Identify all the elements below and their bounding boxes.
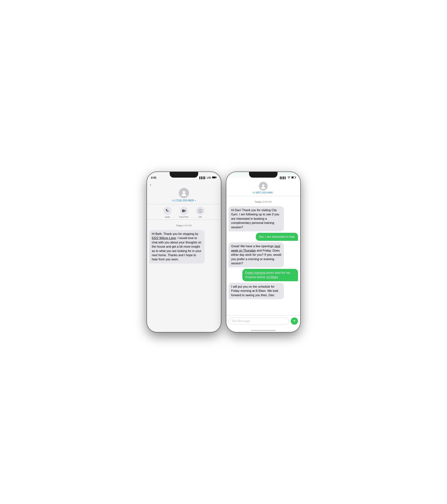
svg-point-34 [261, 187, 265, 189]
svg-point-3 [183, 191, 185, 194]
audio-button[interactable]: audio [163, 207, 172, 218]
contact-name-row-1[interactable]: +1 (724) 203-9828 ∨ [172, 199, 196, 202]
home-indicator [251, 330, 276, 331]
info-icon-bg: i [196, 207, 205, 215]
status-icons-1: ▌▌▌▌ LTE [200, 176, 217, 179]
today-label-1: Today [176, 224, 182, 227]
day-link[interactable]: Friday morning [245, 271, 265, 274]
facetime-button[interactable]: FaceTime [179, 207, 188, 218]
carrier-label: LTE [207, 177, 211, 179]
message-2-4: Friday morning works best for me. Anytim… [242, 269, 298, 281]
messages-area-2[interactable]: Today 10:36 AM Hi Dan! Thank you for vis… [226, 196, 300, 315]
svg-text:i: i [200, 210, 201, 212]
notch-1 [170, 172, 198, 178]
today-label-2: Today [255, 200, 261, 203]
contact-name-row-2[interactable]: +1 (857) 323-6466 › [252, 191, 274, 194]
battery-icon [212, 176, 217, 179]
svg-point-4 [182, 194, 186, 196]
message-1: Hi Beth. Thank you for stopping by 6322 … [149, 230, 205, 264]
phone-number-2: +1 (857) 323-6466 [252, 191, 273, 194]
avatar-1 [179, 188, 189, 198]
nav-header-2: +1 (857) 323-6466 › [226, 180, 300, 196]
screen-2: ▌▌▌▌ [226, 172, 300, 332]
contact-header-1: +1 (724) 203-9828 ∨ [150, 187, 218, 202]
battery-icon-2 [291, 176, 296, 179]
wifi-icon [287, 176, 290, 179]
signal-icon: ▌▌▌▌ [200, 177, 206, 179]
message-2-5: I will put you on the schedule for Frida… [228, 283, 284, 299]
svg-rect-5 [182, 210, 185, 212]
svg-point-33 [262, 184, 264, 186]
message-input[interactable]: Text Message [228, 318, 289, 325]
phone-number-1: +1 (724) 203-9828 [172, 199, 194, 202]
svg-rect-1 [216, 177, 217, 178]
message-2-3: Great! We have a few openings next week … [228, 242, 284, 267]
input-placeholder: Text Message [231, 319, 250, 323]
chevron-icon-1: ∨ [195, 199, 196, 201]
message-2-2: Yes, I am interested in that. [256, 233, 298, 241]
action-buttons: audio FaceTime i [147, 204, 221, 220]
time-link[interactable]: 10:00am [266, 275, 278, 279]
message-2-1: Hi Dan! Thank you for visiting City Gym.… [228, 206, 284, 231]
svg-rect-2 [212, 177, 215, 178]
audio-icon-bg [163, 207, 172, 215]
notch-2 [249, 172, 278, 178]
schedule-link[interactable]: next week on Thursday [231, 245, 280, 252]
phone-1: 2:01 ▌▌▌▌ LTE ‹ [147, 172, 221, 332]
info-label: info [199, 216, 202, 218]
svg-rect-32 [292, 177, 294, 178]
signal-icon-2: ▌▌▌▌ [280, 177, 286, 179]
info-button[interactable]: i info [196, 207, 205, 218]
chevron-icon-2: › [273, 192, 274, 194]
status-time-1: 2:01 [151, 176, 157, 179]
scene: 2:01 ▌▌▌▌ LTE ‹ [139, 164, 308, 340]
send-button[interactable] [291, 318, 298, 325]
facetime-label: FaceTime [179, 216, 188, 218]
avatar-2 [259, 182, 268, 191]
screen-1: 2:01 ▌▌▌▌ LTE ‹ [147, 172, 221, 332]
status-icons-2: ▌▌▌▌ [280, 176, 296, 179]
text-input-bar: Text Message [226, 315, 300, 330]
messages-area-1[interactable]: Today 2:00 PM Hi Beth. Thank you for sto… [147, 220, 221, 332]
timestamp-2: Today 10:36 AM [228, 200, 298, 203]
nav-header-1: ‹ +1 (724) 203-9828 ∨ [147, 180, 221, 204]
timestamp-1: Today 2:00 PM [149, 224, 219, 227]
back-button[interactable]: ‹ [150, 182, 151, 187]
phone-2: ▌▌▌▌ [226, 172, 300, 332]
svg-rect-31 [295, 177, 296, 178]
audio-label: audio [165, 216, 170, 218]
facetime-icon-bg [180, 207, 188, 215]
address-link[interactable]: 6322 Wilcox Lane [152, 236, 176, 240]
